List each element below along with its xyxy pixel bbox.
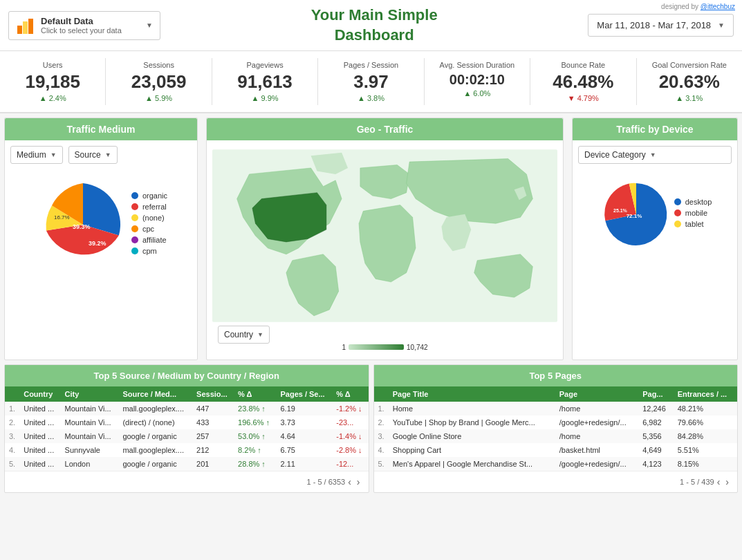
- geo-traffic-panel: Geo - Traffic: [206, 118, 564, 360]
- main-content: Traffic Medium Medium ▼ Source ▼: [0, 113, 742, 364]
- table-row: 1. Home /home 12,246 48.21%: [374, 402, 738, 416]
- legend-tablet: tablet: [674, 220, 712, 228]
- legend-desktop: desktop: [674, 198, 712, 206]
- metric-sessions: Sessions 23,059 5.9%: [106, 58, 212, 105]
- legend-dot: [131, 214, 138, 221]
- arrow-up-icon: [358, 94, 367, 102]
- metric-avg-session: Avg. Session Duration 00:02:10 6.0%: [425, 58, 530, 105]
- dashboard-title: Your Main SimpleDashboard: [311, 6, 438, 45]
- source-dropdown[interactable]: Source ▼: [68, 146, 118, 164]
- legend-referral: referral: [131, 203, 167, 211]
- next-page-button[interactable]: ›: [354, 475, 363, 489]
- date-range-selector[interactable]: Mar 11, 2018 - Mar 17, 2018 ▼: [588, 14, 734, 37]
- table-row: 4. United ... Sunnyvale mall.googleplex.…: [5, 443, 369, 457]
- svg-text:39.2%: 39.2%: [89, 240, 106, 247]
- legend-dot: [674, 198, 681, 205]
- data-selector-icon: [16, 16, 35, 35]
- dropdown-arrow-icon: ▼: [650, 151, 656, 158]
- arrow-up-icon: [145, 94, 155, 102]
- prev-page-button[interactable]: ‹: [345, 475, 354, 489]
- svg-text:16.7%: 16.7%: [54, 214, 70, 221]
- svg-rect-1: [23, 21, 28, 34]
- top5-source-footer: 1 - 5 / 6353 ‹ ›: [5, 471, 369, 492]
- traffic-medium-legend: organic referral (none) cpc affiliate cp…: [131, 192, 167, 258]
- traffic-medium-header: Traffic Medium: [5, 118, 197, 140]
- top5-pages-panel: Top 5 Pages Page Title Page Pag... Entra…: [373, 364, 739, 493]
- designed-by-link[interactable]: @ittechbuz: [701, 3, 735, 10]
- svg-text:39.3%: 39.3%: [73, 223, 91, 230]
- top5-pages-body: 1. Home /home 12,246 48.21% 2. YouTube |…: [374, 402, 738, 471]
- bottom-section: Top 5 Source / Medium by Country / Regio…: [4, 364, 738, 493]
- traffic-device-pie: 72.1% 25.1%: [598, 176, 674, 252]
- geo-traffic-header: Geo - Traffic: [207, 118, 563, 140]
- metric-pageviews: Pageviews 91,613 9.9%: [212, 58, 318, 105]
- traffic-medium-panel: Traffic Medium Medium ▼ Source ▼: [4, 118, 198, 360]
- legend-organic: organic: [131, 192, 167, 200]
- table-row: 5. United ... London google / organic 20…: [5, 457, 369, 471]
- dropdown-arrow-icon: ▼: [105, 151, 111, 158]
- traffic-device-legend: desktop mobile tablet: [674, 198, 712, 231]
- table-row: 2. United ... Mountain Vi... (direct) / …: [5, 416, 369, 429]
- country-dropdown[interactable]: Country ▼: [218, 326, 270, 344]
- designed-by-label: designed by @ittechbuz: [661, 3, 735, 10]
- legend-affiliate: affiliate: [131, 236, 167, 244]
- top5-source-table: Country City Source / Med... Sessio... %…: [5, 386, 369, 471]
- top5-pages-table: Page Title Page Pag... Entrances / ... 1…: [374, 386, 738, 471]
- arrow-up-icon: [463, 89, 473, 97]
- table-row: 2. YouTube | Shop by Brand | Google Merc…: [374, 416, 738, 429]
- legend-dot: [131, 203, 138, 210]
- data-selector-title: Default Data: [41, 16, 146, 26]
- metric-pages-session: Pages / Session 3.97 3.8%: [318, 58, 424, 105]
- title-line2: Dashboard: [335, 26, 414, 44]
- device-dropdown-row: Device Category ▼: [573, 140, 737, 169]
- table-row: 1. United ... Mountain Vi... mall.google…: [5, 402, 369, 416]
- metric-users: Users 19,185 2.4%: [0, 58, 106, 105]
- legend-dot: [131, 225, 138, 232]
- top5-source-panel: Top 5 Source / Medium by Country / Regio…: [4, 364, 369, 493]
- legend-cpm: cpm: [131, 247, 167, 255]
- table-row: 3. Google Online Store /home 5,356 84.28…: [374, 429, 738, 443]
- legend-dot: [674, 209, 681, 216]
- map-legend: 1 10,742: [336, 344, 433, 354]
- top5-pages-footer: 1 - 5 / 439 ‹ ›: [374, 471, 738, 492]
- table-row: 5. Men's Apparel | Google Merchandise St…: [374, 457, 738, 471]
- svg-text:72.1%: 72.1%: [626, 213, 642, 219]
- data-selector[interactable]: Default Data Click to select your data ▼: [8, 11, 160, 40]
- metric-bounce-rate: Bounce Rate 46.48% 4.79%: [530, 58, 636, 105]
- medium-dropdown[interactable]: Medium ▼: [10, 146, 63, 164]
- top5-pages-header: Top 5 Pages: [374, 365, 738, 386]
- legend-mobile: mobile: [674, 209, 712, 217]
- legend-dot: [674, 221, 681, 227]
- traffic-device-panel: Traffic by Device Device Category ▼ 72.1…: [572, 118, 738, 360]
- metrics-bar: Users 19,185 2.4% Sessions 23,059 5.9% P…: [0, 51, 742, 113]
- date-range-arrow: ▼: [718, 21, 725, 29]
- metric-goal-conversion: Goal Conversion Rate 20.63% 3.1%: [637, 58, 742, 105]
- table-row: 3. United ... Mountain Vi... google / or…: [5, 429, 369, 443]
- arrow-up-icon: [676, 94, 685, 102]
- map-legend-bar: [349, 344, 404, 350]
- legend-dot: [131, 236, 138, 243]
- data-selector-subtitle: Click to select your data: [41, 26, 146, 35]
- table-header-row: Page Title Page Pag... Entrances / ...: [374, 386, 738, 402]
- data-selector-arrow: ▼: [146, 21, 153, 29]
- legend-cpc: cpc: [131, 225, 167, 233]
- next-page-button[interactable]: ›: [723, 475, 732, 489]
- svg-rect-2: [28, 19, 33, 34]
- table-row: 4. Shopping Cart /basket.html 4,649 5.51…: [374, 443, 738, 457]
- legend-dot: [131, 248, 138, 254]
- table-header-row: Country City Source / Med... Sessio... %…: [5, 386, 369, 402]
- map-controls-row: Country ▼: [212, 326, 557, 344]
- geo-traffic-map: Country ▼ 1 10,742: [207, 140, 563, 360]
- traffic-medium-chart: 39.3% 39.2% 16.7% organic referral (none…: [5, 169, 197, 280]
- traffic-device-header: Traffic by Device: [573, 118, 737, 140]
- prev-page-button[interactable]: ‹: [714, 475, 723, 489]
- legend-none: (none): [131, 214, 167, 222]
- arrow-up-icon: [39, 94, 49, 102]
- arrow-down-icon: [568, 94, 577, 102]
- dropdown-arrow-icon: ▼: [257, 331, 263, 338]
- data-selector-text: Default Data Click to select your data: [41, 16, 146, 35]
- device-category-dropdown[interactable]: Device Category ▼: [578, 146, 732, 164]
- date-range-text: Mar 11, 2018 - Mar 17, 2018: [597, 20, 711, 30]
- top5-source-body: 1. United ... Mountain Vi... mall.google…: [5, 402, 369, 471]
- dropdown-arrow-icon: ▼: [50, 151, 57, 158]
